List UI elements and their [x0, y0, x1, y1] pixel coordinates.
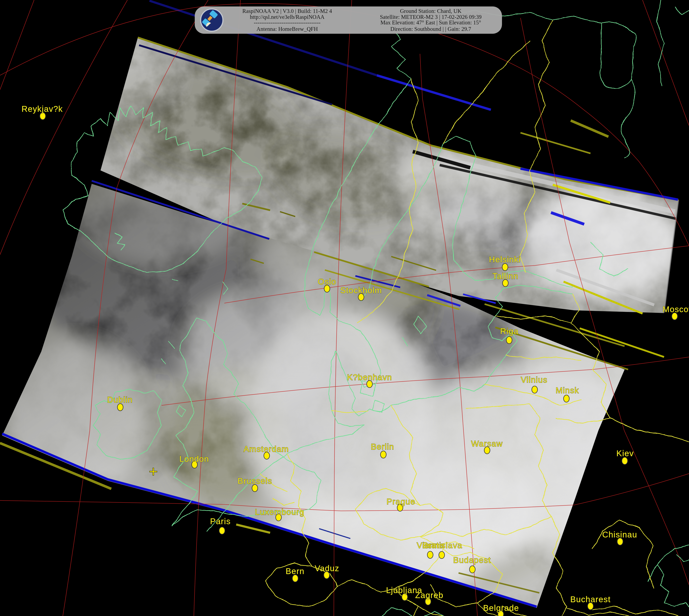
city-label: Budapest	[453, 555, 491, 565]
city-label: Helsinki	[489, 255, 521, 264]
city-dot	[470, 566, 475, 573]
city-label: Dublin	[107, 395, 133, 404]
city-label: Berlin	[371, 442, 394, 451]
city-dot	[252, 485, 258, 492]
raspinoaa-capture-screen: Reykjav?kOsloStockholmHelsinkiTallinnRig…	[0, 0, 689, 616]
city-label: Vilnius	[521, 375, 547, 384]
city-dot	[502, 264, 508, 271]
header-url: http://qsl.net/ve3elb/RaspiNOAA	[250, 14, 324, 20]
city-dot	[506, 336, 512, 344]
city-label: Amsterdam	[243, 444, 289, 454]
header-antenna: Antenna: HomeBrew_QFH	[256, 26, 318, 32]
raspinoaa-satellite-logo	[201, 9, 223, 31]
city-label: Minsk	[556, 386, 579, 395]
header-direction-gain: Direction: Southbound | | Gain: 29.7	[390, 26, 471, 32]
city-dot	[219, 527, 225, 534]
city-label: Prague	[387, 497, 415, 506]
city-dot	[117, 403, 123, 411]
satellite-map-canvas: Reykjav?kOsloStockholmHelsinkiTallinnRig…	[0, 0, 689, 616]
city-label: Kiev	[616, 449, 634, 458]
city-dot	[622, 457, 628, 464]
city-label: Moscow	[663, 305, 689, 314]
city-label: Chisinau	[602, 530, 637, 539]
header-panel: RaspiNOAA V2 | V3.0 | Build: 11-M2 4 htt…	[195, 6, 502, 34]
city-dot	[563, 395, 569, 402]
city-dot	[532, 386, 538, 393]
city-dot	[439, 551, 445, 558]
city-label: Stockholm	[340, 286, 382, 295]
city-label: Vaduz	[315, 564, 339, 573]
city-label: Reykjav?k	[22, 104, 63, 113]
ground-station-cross-marker: +	[149, 463, 158, 480]
city-label: Luxembourg	[255, 507, 304, 516]
city-label: Oslo	[318, 277, 336, 286]
header-elevations: Max Elevation: 47° East | Sun Elevation:…	[381, 19, 481, 26]
city-dot	[427, 551, 433, 558]
city-dot	[40, 112, 46, 120]
city-label: Warsaw	[471, 439, 503, 448]
city-label: K?benhavn	[347, 373, 392, 382]
city-label: Paris	[210, 516, 231, 526]
city-label: Tallinn	[493, 271, 518, 281]
city-label: London	[179, 454, 209, 464]
header-separator: ------------------------------------	[254, 19, 321, 26]
city-dot	[381, 451, 386, 458]
city-label: Zagreb	[415, 591, 444, 600]
city-label: Bern	[285, 567, 304, 576]
city-label: Riga	[500, 327, 519, 336]
city-dot	[293, 575, 298, 582]
header-app-title: RaspiNOAA V2 | V3.0 | Build: 11-M2 4	[242, 8, 332, 14]
city-label: Bucharest	[570, 595, 610, 604]
header-ground-station: Ground Station: Chard, UK	[400, 8, 461, 14]
header-satellite-pass: Satellite: METEOR-M2 3 | 17-02-2026 09:3…	[380, 14, 482, 20]
city-label: Brussels	[238, 476, 272, 486]
city-label: Bratislava	[423, 541, 462, 550]
city-label: Belgrade	[483, 603, 519, 613]
